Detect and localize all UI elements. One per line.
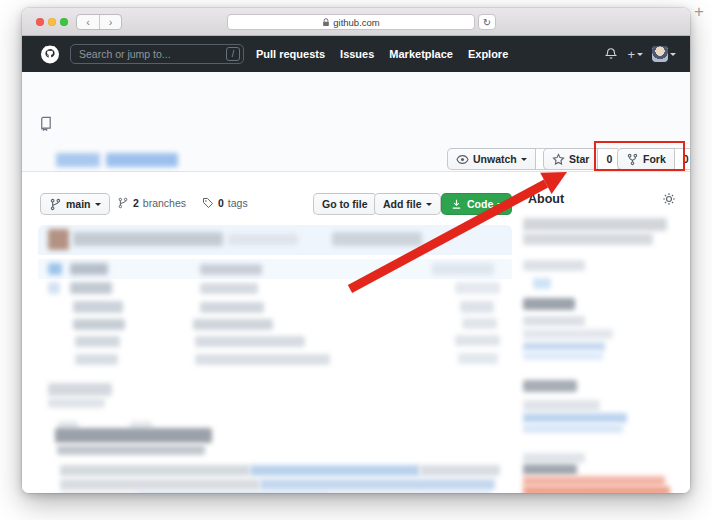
chevron-down-icon xyxy=(497,203,503,209)
redacted-readme-tab xyxy=(48,398,105,408)
about-gear-icon[interactable] xyxy=(662,192,676,206)
tag-icon xyxy=(202,197,214,209)
nav-pull-requests[interactable]: Pull requests xyxy=(256,48,325,60)
redacted-file-message xyxy=(195,354,330,365)
redacted-about-description xyxy=(523,218,667,231)
star-button[interactable]: Star xyxy=(543,148,598,170)
about-title: About xyxy=(528,192,564,206)
add-file-button[interactable]: Add file xyxy=(374,193,441,215)
code-download-button[interactable]: Code xyxy=(441,193,512,215)
redacted-readme-tab xyxy=(48,383,112,396)
redacted-sidebar-text xyxy=(523,400,600,411)
chevron-down-icon xyxy=(426,203,432,209)
redacted-commit-avatar xyxy=(48,229,69,250)
redacted-language-bar xyxy=(523,486,670,493)
redacted-sidebar-heading xyxy=(523,464,577,475)
redacted-file-date xyxy=(458,353,498,364)
redacted-file-icon xyxy=(48,263,62,275)
nav-issues[interactable]: Issues xyxy=(340,48,374,60)
chevron-down-icon xyxy=(521,158,527,164)
redacted-about-description xyxy=(523,233,653,245)
redacted-sidebar-link xyxy=(533,278,551,289)
redacted-sidebar-link xyxy=(523,413,627,423)
branches-stat[interactable]: 2 branches xyxy=(117,197,186,209)
redacted-readme-heading xyxy=(55,428,212,443)
avatar xyxy=(652,46,668,62)
redacted-sidebar-heading xyxy=(523,380,577,392)
header-right: + xyxy=(604,36,676,72)
chevron-down-icon xyxy=(670,53,676,59)
redacted-file-date xyxy=(455,335,500,346)
fork-count[interactable]: 0 xyxy=(675,148,690,170)
redacted-file-message xyxy=(195,336,305,347)
fork-button-group: Fork 0 xyxy=(617,148,690,170)
notifications-bell-icon[interactable] xyxy=(604,47,618,61)
redacted-repo-owner[interactable] xyxy=(56,153,100,167)
repo-icon xyxy=(38,116,53,131)
redacted-file-date xyxy=(432,263,494,275)
github-header: / Pull requests Issues Marketplace Explo… xyxy=(22,36,690,72)
redacted-file-name xyxy=(70,282,112,294)
close-window-button[interactable] xyxy=(36,18,44,26)
chevron-down-icon xyxy=(95,203,101,209)
browser-toolbar: ‹ › github.com ↻ xyxy=(22,8,690,36)
user-menu[interactable] xyxy=(652,46,676,62)
nav-explore[interactable]: Explore xyxy=(468,48,508,60)
redacted-language-bar xyxy=(523,476,665,486)
nav-marketplace[interactable]: Marketplace xyxy=(389,48,453,60)
redacted-paragraph xyxy=(60,479,260,490)
redacted-readme-heading xyxy=(57,445,205,455)
url-text: github.com xyxy=(333,17,379,28)
redacted-sidebar-link xyxy=(523,342,605,351)
go-to-file-button[interactable]: Go to file xyxy=(313,193,377,215)
redacted-file-icon xyxy=(48,282,60,294)
star-icon xyxy=(552,153,565,166)
refresh-icon: ↻ xyxy=(483,17,491,28)
minimize-window-button[interactable] xyxy=(48,18,56,26)
eye-icon xyxy=(456,153,469,166)
redacted-repo-name[interactable] xyxy=(106,153,178,167)
star-button-group: Star 0 xyxy=(543,148,621,170)
redacted-paragraph xyxy=(60,465,250,476)
address-bar[interactable]: github.com xyxy=(227,14,475,30)
redacted-file-message xyxy=(193,319,273,330)
repo-header-block: Unwatch 1 Star 0 Fork 0 xyxy=(22,72,690,172)
branch-selector-button[interactable]: main xyxy=(40,193,110,215)
redacted-file-message xyxy=(200,264,262,275)
download-icon xyxy=(450,198,463,211)
redacted-sidebar-text xyxy=(523,329,613,339)
forward-button[interactable]: › xyxy=(99,15,121,29)
new-tab-plus-icon[interactable]: + xyxy=(694,2,704,22)
redacted-link xyxy=(260,479,495,490)
redacted-sidebar-heading xyxy=(523,298,575,310)
redacted-link xyxy=(250,465,420,476)
unwatch-button[interactable]: Unwatch xyxy=(447,148,536,170)
redacted-commit-text xyxy=(228,234,298,245)
branch-icon xyxy=(117,197,129,209)
fork-button[interactable]: Fork xyxy=(617,148,675,170)
redacted-about-description xyxy=(523,260,585,271)
create-new-menu[interactable]: + xyxy=(627,47,643,62)
chevron-down-icon xyxy=(637,53,643,59)
redacted-sidebar-text xyxy=(523,316,585,326)
redacted-file-date xyxy=(455,282,500,294)
tags-stat[interactable]: 0 tags xyxy=(202,197,248,209)
slash-shortcut-badge: / xyxy=(226,47,240,61)
github-logo-icon[interactable] xyxy=(40,44,60,64)
github-page: / Pull requests Issues Marketplace Explo… xyxy=(22,36,690,493)
redacted-commit-hash xyxy=(332,232,422,246)
zoom-window-button[interactable] xyxy=(60,18,68,26)
redacted-file-name xyxy=(70,263,108,275)
back-button[interactable]: ‹ xyxy=(77,15,99,29)
search-input[interactable] xyxy=(70,44,244,64)
refresh-button[interactable]: ↻ xyxy=(478,14,496,30)
lock-icon xyxy=(322,18,330,27)
branch-icon xyxy=(49,198,62,211)
redacted-file-message xyxy=(200,302,264,313)
redacted-sidebar-text xyxy=(523,453,585,463)
redacted-paragraph xyxy=(420,465,500,476)
browser-window: ‹ › github.com ↻ / Pull requests Iss xyxy=(22,8,690,493)
redacted-file-name xyxy=(75,336,120,347)
redacted-file-name xyxy=(73,319,125,330)
redacted-sidebar-link xyxy=(523,352,603,360)
